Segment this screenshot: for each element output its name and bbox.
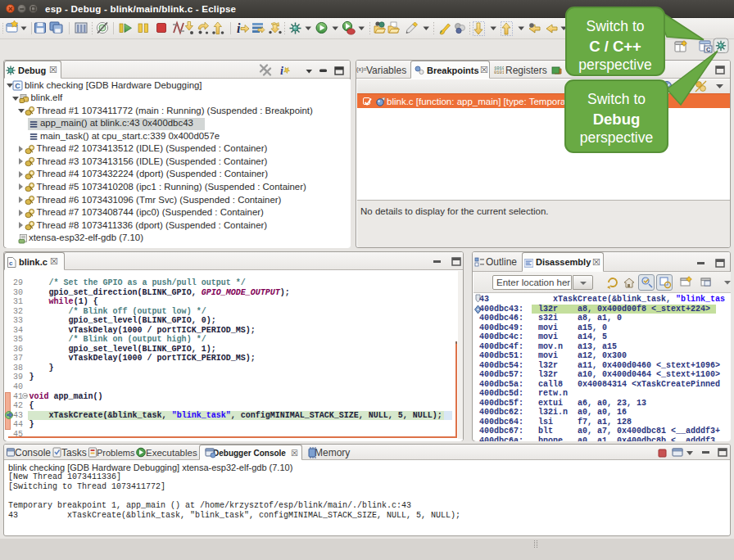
svg-text:c: c: [9, 260, 13, 267]
